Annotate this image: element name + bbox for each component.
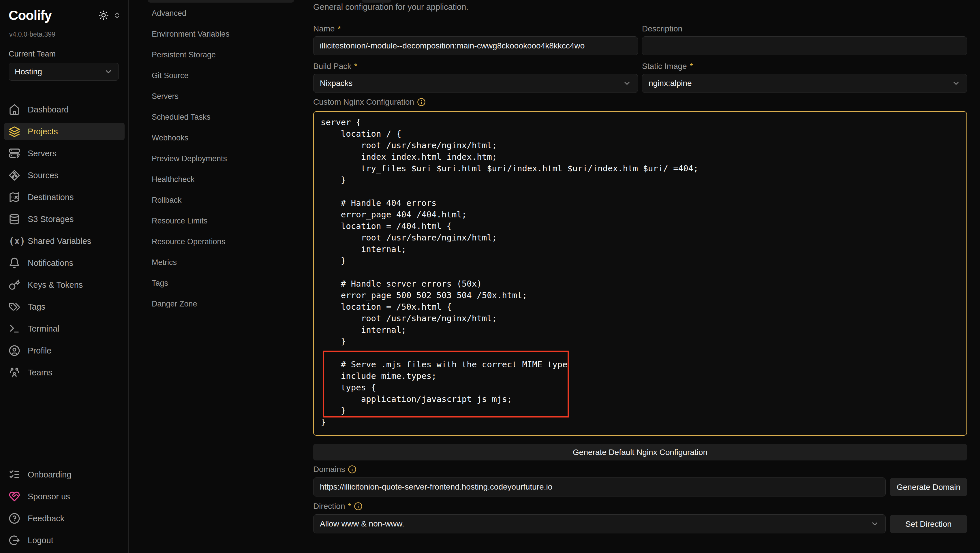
sidebar-item-shared-variables[interactable]: (x) Shared Variables: [4, 232, 124, 249]
required-asterisk: *: [690, 62, 693, 71]
sidebar-item-servers[interactable]: Servers: [4, 145, 124, 162]
sidebar-footer-nav: Onboarding Sponsor us Feedback Logout: [4, 466, 124, 549]
description-label-text: Description: [642, 24, 682, 33]
sidebar-item-destinations[interactable]: Destinations: [4, 189, 124, 206]
subnav-item-persistent-storage[interactable]: Persistent Storage: [146, 46, 301, 64]
sidebar-item-projects[interactable]: Projects: [4, 123, 124, 140]
sidebar-item-logout[interactable]: Logout: [4, 532, 124, 549]
map-icon: [9, 191, 20, 203]
subnav-item-healthcheck[interactable]: Healthcheck: [146, 171, 301, 188]
domains-label-text: Domains: [313, 465, 345, 474]
sidebar-item-label: Projects: [28, 127, 58, 137]
static-image-label: Static Image *: [642, 62, 693, 71]
sidebar-item-label: Sources: [28, 171, 58, 180]
sidebar-nav: Dashboard Projects Servers Sources Desti…: [4, 101, 124, 381]
help-circle-icon: [9, 513, 20, 524]
subnav-item-advanced[interactable]: Advanced: [146, 5, 301, 22]
sidebar-item-sponsor-us[interactable]: Sponsor us: [4, 488, 124, 505]
direction-select[interactable]: Allow www & non-www.: [313, 514, 886, 533]
subnav-item-environment-variables[interactable]: Environment Variables: [146, 25, 301, 43]
sidebar-item-profile[interactable]: Profile: [4, 342, 124, 359]
sidebar-item-sources[interactable]: Sources: [4, 167, 124, 184]
sidebar-item-label: S3 Storages: [28, 215, 74, 224]
subnav-selected-item-fragment[interactable]: [148, 0, 294, 3]
layers-icon: [9, 126, 20, 137]
sidebar-item-label: Teams: [28, 368, 52, 377]
user-circle-icon: [9, 345, 20, 356]
sidebar-item-label: Shared Variables: [28, 237, 91, 246]
sidebar-item-label: Keys & Tokens: [28, 280, 83, 290]
subnav-item-resource-limits[interactable]: Resource Limits: [146, 212, 301, 229]
list-checks-icon: [9, 469, 20, 480]
tags-icon: [9, 301, 20, 313]
build-pack-label-text: Build Pack: [313, 62, 351, 71]
name-label: Name *: [313, 24, 341, 33]
sidebar-item-tags[interactable]: Tags: [4, 298, 124, 315]
description-input[interactable]: [642, 37, 967, 56]
team-select[interactable]: Hosting: [9, 63, 119, 81]
sidebar-item-label: Terminal: [28, 324, 59, 334]
direction-label-text: Direction: [313, 502, 345, 511]
subnav-item-preview-deployments[interactable]: Preview Deployments: [146, 150, 301, 167]
logout-icon: [9, 534, 20, 546]
sidebar-item-terminal[interactable]: Terminal: [4, 320, 124, 337]
chevron-down-icon: [870, 520, 879, 528]
sidebar-item-label: Notifications: [28, 258, 73, 268]
sidebar-item-onboarding[interactable]: Onboarding: [4, 466, 124, 483]
required-asterisk: *: [354, 62, 357, 71]
sidebar: Coolify v4.0.0-beta.399 Current Team Hos…: [0, 0, 129, 553]
subnav-item-tags[interactable]: Tags: [146, 275, 301, 292]
direction-select-value: Allow www & non-www.: [320, 519, 404, 529]
sun-icon[interactable]: [99, 10, 109, 21]
subnav-item-scheduled-tasks[interactable]: Scheduled Tasks: [146, 108, 301, 126]
nginx-config-label-text: Custom Nginx Configuration: [313, 97, 414, 106]
server-icon: [9, 148, 20, 159]
static-image-label-text: Static Image: [642, 62, 687, 71]
sidebar-item-label: Destinations: [28, 192, 74, 202]
subnav-item-resource-operations[interactable]: Resource Operations: [146, 233, 301, 250]
set-direction-button[interactable]: Set Direction: [890, 515, 967, 533]
subnav-item-danger-zone[interactable]: Danger Zone: [146, 295, 301, 313]
theme-controls: [99, 10, 121, 21]
sidebar-item-feedback[interactable]: Feedback: [4, 510, 124, 527]
key-icon: [9, 279, 20, 291]
sidebar-item-dashboard[interactable]: Dashboard: [4, 101, 124, 118]
subnav-list: Advanced Environment Variables Persisten…: [146, 5, 301, 313]
required-asterisk: *: [338, 24, 341, 33]
name-input[interactable]: [313, 37, 638, 56]
home-icon: [9, 104, 20, 115]
generate-domain-button[interactable]: Generate Domain: [890, 478, 967, 496]
build-pack-select[interactable]: Nixpacks: [313, 74, 638, 93]
sidebar-item-s3-storages[interactable]: S3 Storages: [4, 210, 124, 228]
static-image-select-value: nginx:alpine: [649, 79, 692, 88]
app-logo[interactable]: Coolify: [9, 8, 52, 23]
chevron-down-icon: [952, 79, 960, 87]
subnav-item-git-source[interactable]: Git Source: [146, 67, 301, 84]
chevrons-up-down-icon[interactable]: [113, 11, 121, 19]
sidebar-item-notifications[interactable]: Notifications: [4, 254, 124, 272]
description-label: Description: [642, 24, 682, 33]
generate-default-nginx-button[interactable]: Generate Default Nginx Configuration: [313, 444, 967, 461]
team-select-value: Hosting: [15, 67, 42, 76]
sidebar-item-label: Sponsor us: [28, 492, 70, 501]
nginx-config-textarea[interactable]: server { location / { root /usr/share/ng…: [313, 111, 967, 435]
subnav-item-rollback[interactable]: Rollback: [146, 191, 301, 209]
info-icon[interactable]: [354, 502, 363, 511]
subnav-item-webhooks[interactable]: Webhooks: [146, 129, 301, 146]
settings-subnav: Advanced Environment Variables Persisten…: [146, 0, 301, 553]
info-icon[interactable]: [348, 465, 356, 474]
bell-icon: [9, 257, 20, 269]
general-settings-panel: General configuration for your applicati…: [313, 0, 967, 553]
database-icon: [9, 213, 20, 225]
subnav-item-servers[interactable]: Servers: [146, 87, 301, 105]
sidebar-item-keys-tokens[interactable]: Keys & Tokens: [4, 276, 124, 294]
static-image-select[interactable]: nginx:alpine: [642, 74, 967, 93]
name-label-text: Name: [313, 24, 335, 33]
sidebar-item-teams[interactable]: Teams: [4, 364, 124, 381]
sidebar-item-label: Tags: [28, 302, 45, 311]
subnav-item-metrics[interactable]: Metrics: [146, 254, 301, 271]
logo-row: Coolify: [9, 8, 121, 23]
info-icon[interactable]: [417, 98, 426, 106]
terminal-icon: [9, 323, 20, 334]
domains-input[interactable]: [313, 477, 886, 496]
